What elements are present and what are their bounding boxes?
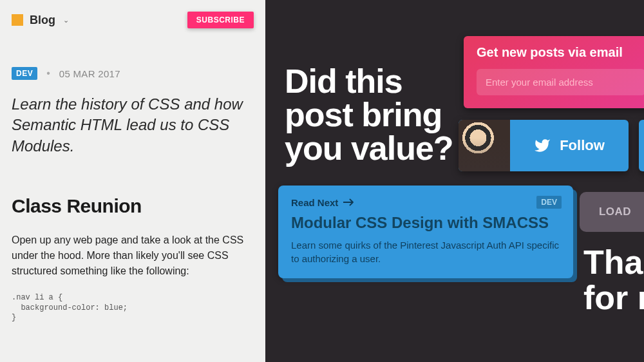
read-next-header: Read Next DEV xyxy=(291,196,562,209)
brand[interactable]: Blog ⌄ xyxy=(12,14,69,27)
follow-body: Follow xyxy=(510,137,629,154)
follow-label: Follow xyxy=(560,137,605,154)
post-body: Open up any web page and take a look at … xyxy=(12,233,254,279)
subscribe-button[interactable]: SUBSCRIBE xyxy=(187,12,254,28)
twitter-icon xyxy=(534,137,551,154)
brand-title: Blog xyxy=(30,14,55,27)
post-date: 05 MAR 2017 xyxy=(59,68,120,79)
post-meta: DEV • 05 MAR 2017 xyxy=(12,67,254,80)
article-column: Blog ⌄ SUBSCRIBE DEV • 05 MAR 2017 Learn… xyxy=(0,0,265,362)
read-next-label: Read Next xyxy=(291,197,355,208)
thanks-line: Tha xyxy=(583,245,644,280)
post-intro: Learn the history of CSS and how Semanti… xyxy=(12,94,254,157)
value-question-line: Did this xyxy=(285,64,453,98)
read-next-card[interactable]: Read Next DEV Modular CSS Design with SM… xyxy=(278,186,573,278)
email-field[interactable] xyxy=(477,69,644,95)
avatar xyxy=(459,120,510,171)
arrow-right-icon xyxy=(343,198,355,207)
read-next-tag: DEV xyxy=(536,196,562,209)
site-header: Blog ⌄ SUBSCRIBE xyxy=(12,12,254,28)
load-more-button[interactable]: LOAD xyxy=(580,192,644,232)
chevron-down-icon: ⌄ xyxy=(63,16,69,24)
cta-column: Did this post bring you value? Get new p… xyxy=(265,0,644,362)
follow-card[interactable]: Follow xyxy=(459,120,629,171)
code-block: .nav li a { background-color: blue; } xyxy=(12,293,254,323)
newsletter-title: Get new posts via email xyxy=(477,45,644,60)
newsletter-card: Get new posts via email xyxy=(464,36,644,108)
read-next-label-text: Read Next xyxy=(291,197,338,208)
section-heading: Class Reunion xyxy=(12,195,254,217)
value-question-line: post bring xyxy=(285,98,453,131)
meta-separator: • xyxy=(46,68,50,79)
thanks-text: Tha for r xyxy=(583,245,644,315)
value-question-line: you value? xyxy=(285,131,453,165)
follow-card-peek[interactable] xyxy=(639,120,644,171)
category-tag[interactable]: DEV xyxy=(12,67,37,80)
value-question: Did this post bring you value? xyxy=(285,64,453,165)
read-next-title: Modular CSS Design with SMACSS xyxy=(291,214,562,232)
brand-logo-icon xyxy=(12,14,23,26)
thanks-line: for r xyxy=(583,280,644,316)
read-next-desc: Learn some quirks of the Pinterest Javas… xyxy=(291,238,562,265)
